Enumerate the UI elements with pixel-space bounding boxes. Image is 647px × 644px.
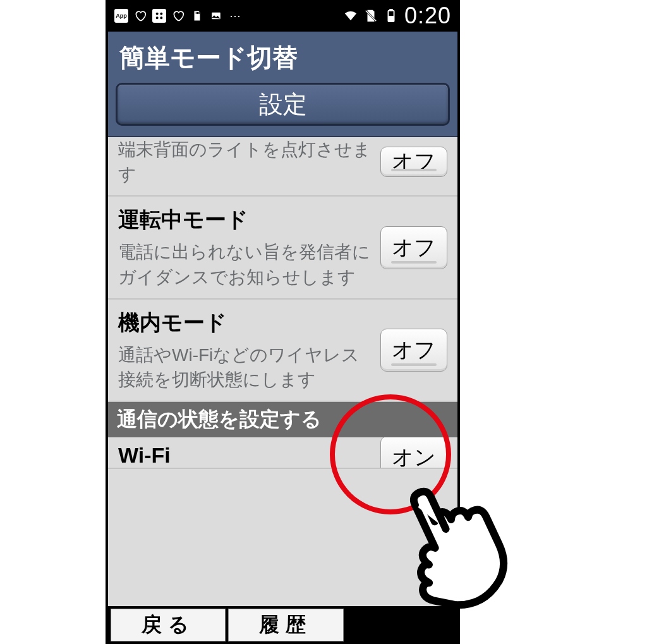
app-icon: App	[114, 9, 128, 23]
phone-frame: App ⋯	[106, 0, 460, 644]
image-icon	[209, 9, 223, 23]
sd-card-icon	[190, 9, 204, 23]
row-airplane-desc: 通話やWi-Fiなどのワイヤレス接続を切断状態にします	[118, 343, 373, 392]
wifi-icon	[344, 9, 358, 23]
svg-rect-5	[197, 12, 198, 14]
battery-icon	[384, 9, 398, 23]
svg-rect-11	[390, 9, 392, 11]
row-driving-toggle[interactable]: オフ	[380, 226, 447, 269]
row-driving-mode[interactable]: 運転中モード 電話に出られない旨を発信者にガイダンスでお知らせします オフ	[108, 197, 457, 299]
no-sim-icon	[364, 9, 378, 23]
status-clock: 0:20	[404, 3, 451, 29]
softkey-history[interactable]: 履歴	[228, 609, 343, 641]
settings-list: 端末背面のライトを点灯させます オフ 運転中モード 電話に出られない旨を発信者に…	[108, 137, 457, 469]
svg-point-1	[160, 13, 162, 15]
row-wifi[interactable]: Wi-Fi オン	[108, 437, 457, 469]
status-icons-left: App ⋯	[114, 9, 242, 23]
softkey-back[interactable]: 戻る	[111, 609, 226, 641]
softkey-spacer	[344, 606, 457, 644]
more-icon: ⋯	[228, 9, 242, 23]
page-header: 簡単モード切替 設定	[108, 32, 457, 137]
svg-point-3	[160, 16, 162, 19]
page-title: 簡単モード切替	[119, 40, 450, 75]
svg-point-2	[156, 16, 159, 19]
softkey-bar: 戻る 履歴	[108, 606, 457, 644]
svg-rect-12	[389, 16, 393, 21]
row-driving-title: 運転中モード	[118, 205, 373, 234]
svg-rect-4	[196, 12, 197, 14]
status-bar: App ⋯	[108, 0, 457, 32]
section-communication: 通信の状態を設定する	[108, 402, 457, 437]
row-driving-desc: 電話に出られない旨を発信者にガイダンスでお知らせします	[118, 240, 373, 289]
heart-icon-2	[171, 9, 185, 23]
heart-icon	[133, 9, 147, 23]
row-backlight[interactable]: 端末背面のライトを点灯させます オフ	[108, 137, 457, 197]
row-backlight-toggle[interactable]: オフ	[380, 147, 447, 177]
settings-button[interactable]: 設定	[116, 83, 450, 126]
row-airplane-title: 機内モード	[118, 308, 373, 337]
svg-point-0	[156, 13, 159, 15]
row-backlight-desc: 端末背面のライトを点灯させます	[118, 137, 373, 186]
row-wifi-title: Wi-Fi	[118, 443, 373, 468]
svg-rect-6	[198, 12, 200, 14]
row-airplane-toggle[interactable]: オフ	[380, 329, 447, 372]
status-icons-right: 0:20	[344, 3, 451, 29]
row-airplane-mode[interactable]: 機内モード 通話やWi-Fiなどのワイヤレス接続を切断状態にします オフ	[108, 300, 457, 402]
row-wifi-toggle[interactable]: オン	[380, 437, 447, 469]
grid-icon	[152, 9, 166, 23]
